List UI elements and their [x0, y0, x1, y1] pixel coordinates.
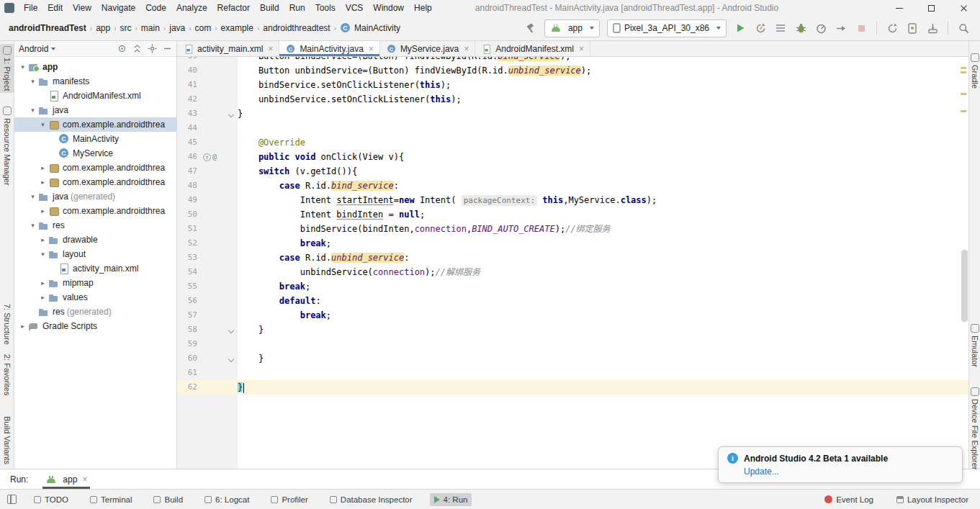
close-button[interactable] — [948, 0, 980, 16]
menu-run[interactable]: Run — [284, 3, 310, 13]
attach-debugger-icon[interactable] — [832, 19, 850, 37]
warning-stripe-mark[interactable] — [961, 71, 966, 73]
menu-vcs[interactable]: VCS — [341, 3, 369, 13]
gear-icon[interactable] — [148, 44, 157, 53]
menu-edit[interactable]: Edit — [42, 3, 68, 13]
line-number[interactable]: 51 — [177, 222, 202, 236]
tab-mainactivity-java[interactable]: MainActivity.java× — [279, 41, 380, 56]
code-line-40[interactable]: 40Button unbindService=(Button) findView… — [177, 63, 968, 78]
expand-arrow[interactable]: ▾ — [27, 107, 38, 114]
breadcrumb-item-main[interactable]: main — [140, 23, 161, 33]
status-event-log[interactable]: Event Log — [820, 493, 878, 506]
code-editor[interactable]: 39Button bindService=(Button) findViewBy… — [177, 57, 968, 469]
menu-navigate[interactable]: Navigate — [96, 3, 140, 13]
breadcrumb-item-androidthreadtest[interactable]: androidthreadtest — [261, 23, 331, 33]
line-number[interactable]: 46 — [177, 150, 202, 164]
status-layout-inspector[interactable]: Layout Inspector — [892, 493, 973, 506]
collapse-all-icon[interactable] — [132, 44, 142, 53]
breadcrumb-item-example[interactable]: example — [220, 23, 255, 33]
status-build[interactable]: Build — [149, 493, 187, 506]
line-number[interactable]: 58 — [177, 323, 202, 337]
code-line-57[interactable]: 57break; — [177, 308, 968, 323]
expand-arrow[interactable]: ▸ — [37, 294, 48, 301]
menu-file[interactable]: File — [19, 3, 42, 13]
code-line-47[interactable]: 47switch (v.getId()){ — [177, 164, 968, 179]
code-line-58[interactable]: 58} — [177, 323, 968, 337]
menu-view[interactable]: View — [68, 3, 96, 13]
tree-item-activity-main-xml[interactable]: activity_main.xml — [14, 261, 176, 276]
breadcrumb-item-mainactivity[interactable]: MainActivity — [338, 22, 402, 34]
code-line-52[interactable]: 52break; — [177, 236, 968, 251]
menu-build[interactable]: Build — [255, 3, 284, 13]
breadcrumb-item-androidthreadtest[interactable]: androidThreadTest — [7, 23, 88, 33]
line-number[interactable]: 50 — [177, 207, 202, 222]
fold-marker[interactable] — [225, 323, 238, 337]
fold-marker[interactable] — [225, 107, 238, 121]
line-number[interactable]: 43 — [177, 107, 202, 121]
menu-refactor[interactable]: Refactor — [212, 3, 255, 13]
expand-arrow[interactable]: ▾ — [27, 78, 38, 85]
expand-arrow[interactable]: ▸ — [37, 279, 48, 287]
editor-scrollbar[interactable] — [961, 250, 968, 322]
expand-arrow[interactable]: ▾ — [27, 222, 38, 229]
tree-item-mipmap[interactable]: ▸mipmap — [14, 276, 176, 290]
tree-item-layout[interactable]: ▾layout — [14, 247, 176, 261]
code-line-39[interactable]: 39Button bindService=(Button) findViewBy… — [177, 57, 968, 63]
status-database-inspector[interactable]: Database Inspector — [325, 493, 417, 506]
line-number[interactable]: 56 — [177, 294, 202, 308]
expand-arrow[interactable]: ▾ — [17, 63, 28, 71]
toolwindow-toggle-icon[interactable] — [7, 495, 17, 504]
line-number[interactable]: 52 — [177, 236, 202, 251]
close-icon[interactable]: × — [369, 44, 374, 54]
code-line-55[interactable]: 55break; — [177, 279, 968, 294]
menu-analyze[interactable]: Analyze — [171, 3, 212, 13]
status-4-run[interactable]: 4: Run — [430, 493, 472, 506]
toolwindow-favorites-button[interactable]: 2: Favorites — [0, 352, 14, 397]
line-number[interactable]: 61 — [177, 366, 202, 380]
toolwindow-gradle-button[interactable]: Gradle — [969, 51, 980, 91]
code-line-46[interactable]: 46↑@public void onClick(View v){ — [177, 150, 968, 164]
run-config-select[interactable]: app — [544, 19, 600, 37]
tree-item-com-example-androidthrea[interactable]: ▸com.example.androidthrea — [14, 175, 176, 189]
tab-activity-main-xml[interactable]: activity_main.xml× — [177, 41, 279, 56]
override-method-icon[interactable]: ↑ — [203, 153, 211, 161]
line-number[interactable]: 49 — [177, 193, 202, 207]
expand-arrow[interactable]: ▸ — [17, 323, 28, 330]
stop-button[interactable] — [852, 19, 871, 37]
code-line-62[interactable]: 62} — [177, 380, 968, 395]
tree-item-androidmanifest-xml[interactable]: AndroidManifest.xml — [14, 89, 176, 103]
toolwindow-project-button[interactable]: 1: Project — [0, 44, 14, 93]
expand-arrow[interactable]: ▾ — [37, 251, 48, 258]
warning-stripe-mark[interactable] — [961, 67, 966, 69]
update-link[interactable]: Update... — [744, 467, 953, 477]
line-number[interactable]: 47 — [177, 164, 202, 179]
status-todo[interactable]: TODO — [30, 493, 73, 506]
avd-manager-icon[interactable] — [903, 19, 922, 37]
sdk-manager-icon[interactable] — [923, 19, 942, 37]
line-number[interactable]: 40 — [177, 63, 202, 78]
breadcrumb-item-src[interactable]: src — [119, 23, 133, 33]
locate-file-icon[interactable] — [117, 44, 127, 53]
status-terminal[interactable]: Terminal — [86, 493, 136, 506]
tab-myservice-java[interactable]: MyService.java× — [380, 41, 475, 56]
line-number[interactable]: 60 — [177, 351, 202, 366]
menu-window[interactable]: Window — [368, 3, 409, 13]
line-number[interactable]: 42 — [177, 92, 202, 107]
code-line-50[interactable]: 50Intent bindInten = null; — [177, 207, 968, 222]
code-line-43[interactable]: 43} — [177, 107, 968, 121]
code-line-61[interactable]: 61 — [177, 366, 968, 380]
line-number[interactable]: 48 — [177, 179, 202, 193]
tree-item-drawable[interactable]: ▸drawable — [14, 233, 176, 247]
breadcrumb-item-com[interactable]: com — [194, 23, 213, 33]
line-number[interactable]: 53 — [177, 251, 202, 265]
warning-stripe-mark[interactable] — [961, 110, 966, 112]
tree-item-com-example-androidthrea[interactable]: ▾com.example.androidthrea — [14, 117, 176, 132]
line-number[interactable]: 41 — [177, 78, 202, 92]
close-icon[interactable]: × — [464, 44, 469, 54]
code-line-56[interactable]: 56default: — [177, 294, 968, 308]
tree-item-res[interactable]: ▾res — [14, 218, 176, 233]
menu-help[interactable]: Help — [409, 3, 437, 13]
device-select[interactable]: Pixel_3a_API_30_x86 — [607, 19, 727, 37]
maximize-button[interactable] — [915, 0, 948, 16]
expand-arrow[interactable]: ▸ — [37, 236, 48, 243]
